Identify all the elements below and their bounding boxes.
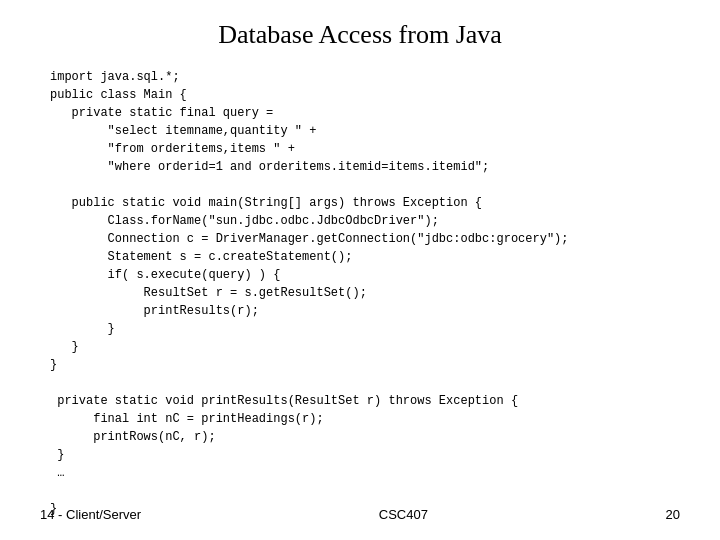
footer-center: CSC407 [379,507,428,522]
slide-title: Database Access from Java [40,20,680,50]
slide: Database Access from Java import java.sq… [0,0,720,540]
footer-left: 14 - Client/Server [40,507,141,522]
footer-right: 20 [666,507,680,522]
footer: 14 - Client/Server CSC407 20 [0,507,720,522]
code-block: import java.sql.*; public class Main { p… [50,68,680,518]
